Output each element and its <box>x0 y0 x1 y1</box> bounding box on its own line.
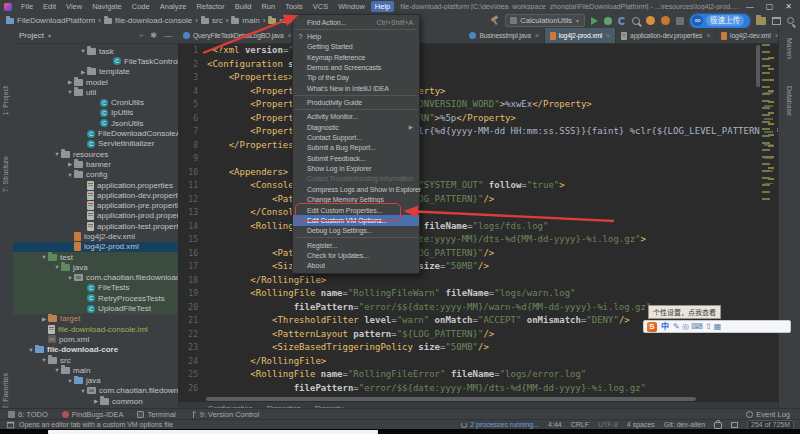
tree-item-src[interactable]: ▼src <box>13 355 178 365</box>
code-line-4[interactable]: 4 <Property name="PID">????</Property> <box>178 85 778 99</box>
encoding-indicator[interactable]: UTF-8 <box>598 421 618 428</box>
code-line-13[interactable]: 13 </Console> <box>178 206 778 220</box>
horizontal-scrollbar[interactable] <box>206 397 696 401</box>
menu-item-debug-log-settings[interactable]: Debug Log Settings... <box>293 226 419 236</box>
code-line-18[interactable]: 18 </RollingFile> <box>178 274 778 288</box>
editor-tab-application-dev-properties[interactable]: application-dev.properties× <box>616 28 716 43</box>
menu-run[interactable]: Run <box>257 1 279 12</box>
indent-indicator[interactable]: 4 spaces <box>627 421 655 428</box>
tree-item-template[interactable]: ▶template <box>13 67 178 77</box>
code-line-19[interactable]: 19 <RollingFile name="RollingFileWarn" f… <box>178 287 778 301</box>
code-line-10[interactable]: 10 <Appenders> <box>178 166 778 180</box>
code-line-24[interactable]: 24 </RollingFile> <box>178 355 778 369</box>
menu-view[interactable]: View <box>62 1 86 12</box>
ime-toolbar[interactable]: S 中 ✎ ◎ ⌨ ⇧ ▦ <box>643 320 791 333</box>
gear-icon[interactable]: ✱ <box>150 31 157 40</box>
menu-help[interactable]: Help <box>371 1 394 12</box>
memory-indicator[interactable]: 254 of 725M <box>747 420 794 430</box>
tree-item-util[interactable]: ▼util <box>13 87 178 97</box>
breadcrumb-item[interactable]: src <box>201 16 223 25</box>
tree-item-application-properties[interactable]: application.properties <box>13 180 178 190</box>
code-line-15[interactable]: 15 filePattern="logs/$${date:yyyy-MM}/dt… <box>178 233 778 247</box>
code-line-16[interactable]: 16 <PatternLayout pattern="${LOG_PATTERN… <box>178 247 778 261</box>
breadcrumb-item[interactable]: file-download-console <box>104 16 192 25</box>
tree-item-main[interactable]: ▼main <box>13 365 178 375</box>
menu-item-show-log-in-explorer[interactable]: Show Log in Explorer <box>293 163 419 173</box>
tree-toggle-icon[interactable]: ▶ <box>66 79 74 85</box>
ime-action-icons[interactable]: ✎ ◎ ⌨ ⇧ ▦ <box>673 322 721 332</box>
tree-item-log4j2-prod-xml[interactable]: log4j2-prod.xml <box>13 242 178 252</box>
tree-item-common[interactable]: ▶common <box>13 396 178 406</box>
event-log-button[interactable]: Event Log <box>746 410 800 419</box>
tree-item-cronutils[interactable]: CCronUtils <box>13 97 178 107</box>
tree-item-filetaskcontroller[interactable]: CFileTaskController <box>13 56 178 66</box>
tree-toggle-icon[interactable]: ▼ <box>66 172 74 178</box>
toolwindow-database-button[interactable]: Database <box>786 86 793 116</box>
tree-toggle-icon[interactable]: ▼ <box>40 254 48 260</box>
menu-tools[interactable]: Tools <box>281 1 307 12</box>
code-editor[interactable]: 1 <?xml version="1.0" encoding="UTF-8"?>… <box>178 44 778 396</box>
tree-item-file-download-core[interactable]: ▼file-download-core <box>13 345 178 355</box>
close-button[interactable]: ✕ <box>785 2 792 11</box>
tree-item-application-dev-properties[interactable]: application-dev.properties <box>13 190 178 200</box>
toolwindow-button-findbugs-idea[interactable]: FindBugs-IDEA <box>62 410 124 419</box>
tree-toggle-icon[interactable]: ▼ <box>79 48 87 54</box>
code-line-6[interactable]: 6 <Property name="LOG_LEVEL_PATTERN">%5p… <box>178 112 778 126</box>
tree-toggle-icon[interactable]: ▶ <box>92 398 100 404</box>
tree-item-application-test-properties[interactable]: application-test.properties <box>13 221 178 231</box>
menu-item-activity-monitor[interactable]: Activity Monitor... <box>293 112 419 122</box>
code-line-14[interactable]: 14 <RollingFile name="RollingFile" fileN… <box>178 220 778 234</box>
toolwindow-project-button[interactable]: 1: Project <box>2 86 9 116</box>
menu-item-demos-and-screencasts[interactable]: Demos and Screencasts <box>293 62 419 72</box>
tree-item-filedownloadconsoleapplicatio[interactable]: CFileDownloadConsoleApplicatio <box>13 128 178 138</box>
code-line-23[interactable]: 23 <SizeBasedTriggeringPolicy size="50MB… <box>178 341 778 355</box>
tree-toggle-icon[interactable]: ▼ <box>66 378 74 384</box>
toolwindow-button-6-todo[interactable]: 6: TODO <box>8 410 48 419</box>
menu-item-what-s-new-in-intellij-idea[interactable]: What's New in IntelliJ IDEA <box>293 83 419 93</box>
menu-item-diagnostic[interactable]: Diagnostic▶ <box>293 122 419 132</box>
tree-item-target[interactable]: ▶target <box>13 314 178 324</box>
tree-item-servletinitializer[interactable]: CServletInitializer <box>13 139 178 149</box>
chevron-down-icon[interactable]: ▼ <box>47 33 52 39</box>
breadcrumb-item[interactable]: FileDownloadPlatform <box>6 16 95 25</box>
tree-item-filetests[interactable]: CFileTests <box>13 283 178 293</box>
code-line-5[interactable]: 5 <Property name="LOG_EXCEPTION_CONVERSI… <box>178 98 778 112</box>
tree-item-com-chaotian-filedownload-core[interactable]: ▼com.chaotian.filedownload.core <box>13 386 178 396</box>
menu-item-productivity-guide[interactable]: Productivity Guide <box>293 97 419 107</box>
tree-item-retryprocesstests[interactable]: CRetryProcessTests <box>13 293 178 303</box>
menu-code[interactable]: Code <box>128 1 154 12</box>
editor-tab-businessimpl-java[interactable]: BusinessImpl.java× <box>464 28 544 43</box>
menu-window[interactable]: Window <box>334 1 369 12</box>
editor-tab-log4j2-dev-xml[interactable]: log4j2-dev.xml× <box>716 28 778 43</box>
tree-toggle-icon[interactable]: ▼ <box>27 347 35 353</box>
menu-item-keymap-reference[interactable]: Keymap Reference <box>293 52 419 62</box>
debug-button[interactable] <box>604 17 612 25</box>
close-icon[interactable]: × <box>706 32 710 39</box>
menu-item-register[interactable]: Register... <box>293 240 419 250</box>
menu-edit[interactable]: Edit <box>39 1 60 12</box>
code-line-7[interactable]: 7 <Property name="LOG_PATTERN">%clr{%d{y… <box>178 125 778 139</box>
code-line-12[interactable]: 12 <PatternLayout pattern="${LOG_PATTERN… <box>178 193 778 207</box>
toolwindow-maven-button[interactable]: Maven <box>786 38 793 59</box>
close-icon[interactable]: × <box>606 32 610 39</box>
breadcrumb-item[interactable]: main <box>231 16 259 25</box>
ime-logo-icon[interactable]: S <box>647 322 657 332</box>
code-line-25[interactable]: 25 <RollingFile name="RollingFileError" … <box>178 368 778 382</box>
tree-toggle-icon[interactable]: ▼ <box>53 367 61 373</box>
tree-item-iputils[interactable]: CIpUtils <box>13 108 178 118</box>
tree-item-resources[interactable]: ▼resources <box>13 149 178 159</box>
tree-toggle-icon[interactable]: ▶ <box>40 316 48 322</box>
code-line-1[interactable]: 1 <?xml version="1.0" encoding="UTF-8"?> <box>178 44 778 58</box>
maximize-button[interactable]: ▢ <box>766 2 774 11</box>
rerun-icon[interactable] <box>646 16 655 25</box>
minimize-button[interactable]: — <box>746 2 754 11</box>
tree-item-pom-xml[interactable]: mpom.xml <box>13 334 178 344</box>
tree-toggle-icon[interactable]: ▼ <box>53 151 61 157</box>
toolwindow-favorites-button[interactable]: 2: Favorites <box>2 373 9 410</box>
readonly-lock-icon[interactable] <box>714 422 722 429</box>
menu-item-help[interactable]: ?Help <box>293 31 419 41</box>
error-stripe-minimap[interactable] <box>760 44 777 400</box>
upload-overlay-badge[interactable]: ∞ 极速上传 <box>690 14 750 28</box>
run-configuration-select[interactable]: CalculationUtils ▼ <box>505 14 585 27</box>
layout-icon[interactable] <box>731 422 738 428</box>
